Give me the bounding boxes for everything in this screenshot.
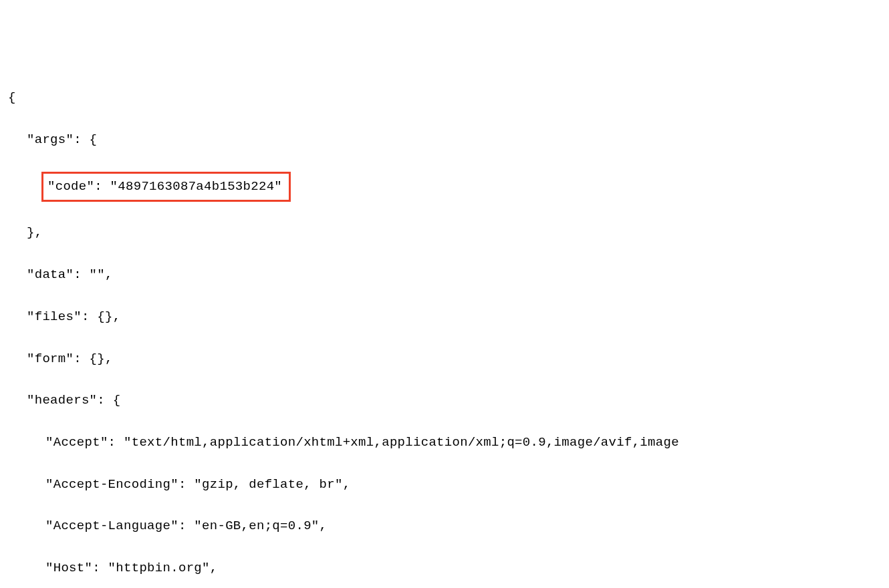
json-args-close: },: [8, 223, 881, 243]
json-header-accept: "Accept": "text/html,application/xhtml+x…: [8, 432, 881, 453]
json-code-highlighted: "code": "4897163087a4b153b224": [8, 172, 881, 202]
json-header-host: "Host": "httpbin.org",: [8, 558, 881, 579]
json-headers-key: "headers": {: [8, 390, 881, 411]
json-open-brace: {: [8, 88, 881, 108]
highlight-annotation: "code": "4897163087a4b153b224": [41, 172, 291, 202]
json-data-key: "data": "",: [8, 265, 881, 285]
json-header-accept-language: "Accept-Language": "en-GB,en;q=0.9",: [8, 516, 881, 537]
json-form-key: "form": {},: [8, 349, 881, 370]
json-files-key: "files": {},: [8, 307, 881, 327]
json-args-key: "args": {: [8, 130, 881, 150]
json-header-accept-encoding: "Accept-Encoding": "gzip, deflate, br",: [8, 474, 881, 495]
